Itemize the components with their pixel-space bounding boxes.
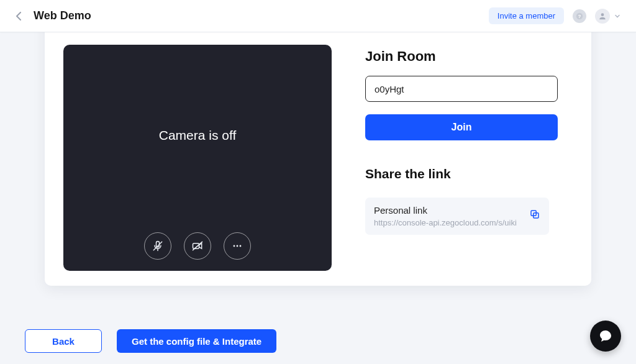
camera-off-icon (191, 240, 204, 252)
avatar-icon (595, 9, 610, 24)
chat-fab[interactable] (590, 321, 621, 352)
svg-point-8 (234, 245, 235, 247)
invite-member-button[interactable]: Invite a member (489, 7, 564, 24)
footer-actions: Back Get the config file & Integrate (25, 329, 276, 353)
svg-point-10 (240, 245, 242, 247)
chat-icon (598, 329, 613, 344)
more-options-button[interactable] (224, 232, 251, 260)
chevron-down-icon (614, 12, 621, 20)
toggle-mic-button[interactable] (144, 232, 171, 260)
copy-icon (529, 209, 540, 220)
user-menu[interactable] (595, 9, 621, 24)
personal-link-url: https://console-api.zegocloud.com/s/uiki… (374, 218, 517, 227)
room-id-input[interactable] (365, 76, 558, 102)
back-button[interactable]: Back (25, 329, 102, 353)
svg-point-2 (601, 13, 604, 16)
personal-link-box: Personal link https://console-api.zegocl… (365, 198, 549, 235)
more-icon (231, 240, 243, 252)
video-controls (144, 232, 251, 260)
share-section: Share the link Personal link https://con… (365, 166, 573, 235)
join-button[interactable]: Join (365, 114, 558, 140)
page-title: Web Demo (34, 9, 91, 22)
app-header: Web Demo Invite a member ? (0, 0, 636, 32)
toggle-camera-button[interactable] (184, 232, 211, 260)
main-stage: Camera is off (0, 32, 636, 364)
svg-text:?: ? (578, 14, 581, 19)
back-chevron[interactable] (10, 7, 27, 25)
copy-link-button[interactable] (529, 205, 540, 222)
mic-off-icon (152, 240, 164, 252)
personal-link-label: Personal link (374, 205, 517, 216)
demo-card: Camera is off (45, 11, 591, 286)
video-preview: Camera is off (63, 45, 332, 271)
help-icon[interactable]: ? (573, 9, 586, 23)
join-panel: Join Room Join Share the link Personal l… (365, 48, 573, 271)
join-room-heading: Join Room (365, 48, 573, 65)
svg-point-9 (237, 245, 238, 247)
get-config-button[interactable]: Get the config file & Integrate (117, 329, 276, 353)
camera-status-text: Camera is off (159, 128, 237, 143)
share-heading: Share the link (365, 166, 573, 181)
